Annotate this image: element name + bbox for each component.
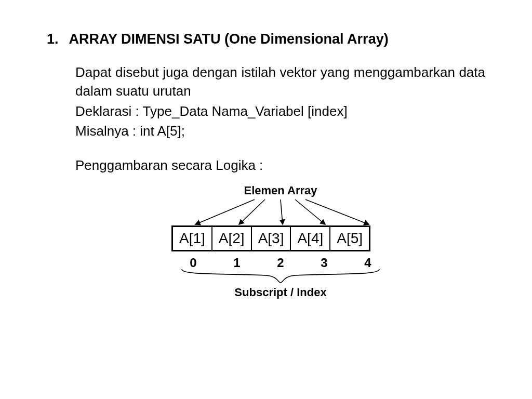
svg-line-3 [281, 200, 283, 224]
list-number: 1. [47, 31, 59, 47]
array-cell: A[5] [330, 227, 369, 250]
section-heading: ARRAY DIMENSI SATU (One Dimensional Arra… [69, 31, 389, 47]
body-text: Dapat disebut juga dengan istilah vektor… [75, 63, 485, 141]
array-diagram: Elemen Array A[1] A[2] A[3] A[4] A[5] 0 … [171, 184, 483, 299]
array-row: A[1] A[2] A[3] A[4] A[5] [171, 225, 370, 251]
array-cell: A[3] [252, 227, 291, 250]
svg-line-4 [295, 200, 325, 224]
declaration-line: Deklarasi : Type_Data Nama_Variabel [ind… [75, 102, 485, 121]
array-cell: A[1] [173, 227, 212, 250]
paragraph-intro: Dapat disebut juga dengan istilah vektor… [75, 63, 485, 101]
svg-line-2 [239, 200, 265, 224]
subheading: Penggambaran secara Logika : [75, 157, 485, 174]
array-cell: A[4] [291, 227, 330, 250]
numbered-heading: 1. ARRAY DIMENSI SATU (One Dimensional A… [47, 31, 485, 47]
top-diagram-label: Elemen Array [229, 184, 332, 197]
svg-line-5 [305, 200, 369, 224]
brace-area [171, 268, 390, 284]
svg-line-1 [195, 200, 255, 224]
example-line: Misalnya : int A[5]; [75, 122, 485, 140]
brace-svg [171, 268, 390, 284]
arrows-area [171, 197, 390, 225]
arrows-svg [171, 197, 390, 229]
array-cell: A[2] [212, 227, 252, 250]
bottom-diagram-label: Subscript / Index [171, 286, 390, 299]
